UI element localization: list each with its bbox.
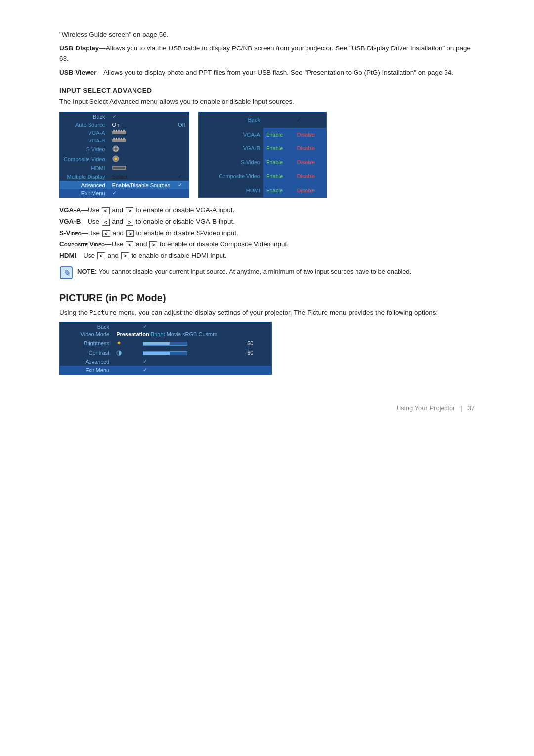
- right-hdmi-label: HDMI: [199, 184, 263, 198]
- vga-a-icon: [108, 129, 174, 137]
- right-vga-b-disable: Disable: [294, 142, 327, 155]
- menu-row-back: Back ✓: [60, 112, 189, 121]
- picture-menu-container: Back ✓ Video Mode Presentation Bright Mo…: [59, 322, 475, 375]
- pic-menu-row-advanced: Advanced ✓: [60, 357, 272, 366]
- vga-a-label: VGA-A: [60, 129, 108, 137]
- svg-rect-7: [113, 138, 115, 140]
- pic-contrast-value: 60: [243, 348, 271, 357]
- hdmi-term: HDMI: [59, 252, 77, 259]
- svideo-label: S-Video: [60, 144, 108, 154]
- vga-a-term: VGA-A: [59, 206, 81, 214]
- pic-advanced-label: Advanced: [60, 357, 113, 366]
- autosource-off: Off: [174, 121, 189, 129]
- usb-display-para: USB Display—Allows you to via the USB ca…: [59, 44, 475, 64]
- footer-separator: |: [460, 404, 462, 412]
- svg-rect-21: [113, 167, 125, 169]
- wireless-guide-text: "Wireless Guide screen" on page 56.: [59, 31, 168, 38]
- right-back-label: Back: [199, 112, 263, 128]
- svg-rect-11: [123, 138, 125, 140]
- vm-bright: Bright: [151, 331, 165, 337]
- sun-icon: ✦: [116, 339, 122, 347]
- vm-movie: Movie: [167, 331, 181, 337]
- svg-rect-1: [113, 130, 115, 132]
- advanced-check: ✓: [174, 181, 189, 189]
- pic-contrast-label: Contrast: [60, 348, 113, 357]
- pic-contrast-bar: [139, 348, 243, 357]
- picture-desc: Using the Picture menu, you can adjust t…: [59, 308, 475, 318]
- right-svideo-disable: Disable: [294, 155, 327, 169]
- page-footer: Using Your Projector | 37: [59, 404, 475, 412]
- right-menu-row-vga-a: VGA-A Enable Disable: [199, 128, 327, 142]
- right-hdmi-enable: Enable: [263, 184, 294, 198]
- advanced-enable-disable: Enable/Disable Sources: [108, 181, 174, 189]
- svg-rect-2: [116, 130, 117, 132]
- brightness-bar-fill: [143, 342, 170, 345]
- menu-row-svideo: S-Video: [60, 144, 189, 154]
- svg-point-15: [117, 147, 118, 148]
- multiple-display-select: Select: [108, 172, 174, 181]
- right-menu-row-hdmi: HDMI Enable Disable: [199, 184, 327, 198]
- right-vga-a-disable: Disable: [294, 128, 327, 142]
- right-arrow-vga-a: >: [126, 207, 134, 214]
- menu-row-vga-b: VGA-B: [60, 137, 189, 144]
- svg-rect-4: [121, 130, 122, 132]
- left-arrow-hdmi: <: [97, 252, 105, 259]
- svg-point-19: [114, 158, 117, 160]
- usb-display-label: USB Display: [59, 45, 99, 52]
- right-menu-row-composite: Composite Video Enable Disable: [199, 169, 327, 183]
- vm-custom: Custom: [198, 331, 217, 337]
- usb-viewer-label: USB Viewer: [59, 69, 97, 76]
- menu-row-multiple-display: Multiple Display Select ✓: [60, 172, 189, 181]
- isa-right-menu: Back ✓ VGA-A Enable Disable VGA-B Enable…: [198, 112, 327, 198]
- contrast-bar-fill: [143, 352, 170, 355]
- svg-rect-5: [123, 130, 125, 132]
- picture-menu: Back ✓ Video Mode Presentation Bright Mo…: [59, 322, 272, 375]
- pic-brightness-bar: [139, 338, 243, 348]
- right-arrow-hdmi: >: [121, 252, 129, 259]
- pic-menu-row-contrast: Contrast ◑ 60: [60, 348, 272, 357]
- right-arrow-svideo: >: [126, 230, 134, 237]
- pic-brightness-value: 60: [243, 338, 271, 348]
- pic-menu-row-back: Back ✓: [60, 322, 272, 331]
- svg-rect-9: [118, 138, 120, 140]
- pic-exit-check: ✓: [139, 366, 243, 375]
- exit-label: Exit Menu: [60, 189, 108, 198]
- left-arrow-vga-a: <: [102, 207, 110, 214]
- left-arrow-svideo: <: [102, 230, 110, 237]
- pic-contrast-icon: ◑: [112, 348, 139, 357]
- pic-advanced-check: ✓: [139, 357, 243, 366]
- right-menu-row-back: Back ✓: [199, 112, 327, 128]
- autosource-on: On: [108, 121, 174, 129]
- menu-row-vga-a: VGA-A: [60, 129, 189, 137]
- composite-icon: [108, 154, 174, 164]
- right-composite-label: Composite Video: [199, 169, 263, 183]
- back-label: Back: [60, 112, 108, 121]
- left-arrow-composite: <: [126, 241, 134, 248]
- note-text: You cannot disable your current input so…: [99, 268, 412, 275]
- autosource-label: Auto Source: [60, 121, 108, 129]
- pic-exit-label: Exit Menu: [60, 366, 113, 375]
- right-menu-row-vga-b: VGA-B Enable Disable: [199, 142, 327, 155]
- composite-term: Composite Video: [59, 240, 105, 248]
- right-vga-b-label: VGA-B: [199, 142, 263, 155]
- right-back-check: ✓: [294, 112, 327, 128]
- right-svideo-label: S-Video: [199, 155, 263, 169]
- right-vga-b-enable: Enable: [263, 142, 294, 155]
- svg-rect-8: [116, 138, 117, 140]
- vga-b-icon: [108, 137, 174, 144]
- svg-text:✎: ✎: [63, 268, 70, 278]
- feature-vga-a: VGA-A—Use < and > to enable or disable V…: [59, 205, 475, 216]
- right-svideo-enable: Enable: [263, 155, 294, 169]
- footer-page: 37: [468, 404, 475, 412]
- vga-b-term: VGA-B: [59, 218, 81, 225]
- hdmi-label: HDMI: [60, 164, 108, 172]
- feature-list: VGA-A—Use < and > to enable or disable V…: [59, 205, 475, 262]
- brightness-progress-bar: [143, 342, 187, 346]
- vga-b-label: VGA-B: [60, 137, 108, 144]
- menu-row-exit: Exit Menu ✓: [60, 189, 189, 198]
- picture-desc-after: menu, you can adjust the display setting…: [117, 309, 438, 316]
- usb-viewer-para: USB Viewer—Allows you to display photo a…: [59, 68, 475, 78]
- back-check: ✓: [108, 112, 174, 121]
- svideo-icon: [108, 144, 174, 154]
- note-box: ✎ NOTE: You cannot disable your current …: [59, 267, 475, 283]
